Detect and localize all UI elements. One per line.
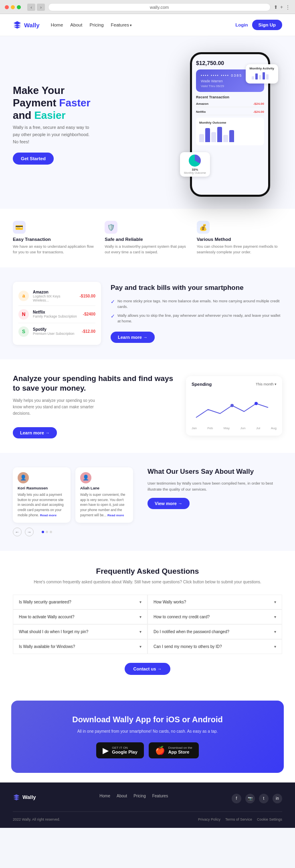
faq-item-1[interactable]: Is Wally security guaranteed? ▾	[13, 595, 148, 609]
close-button[interactable]	[5, 5, 9, 9]
faq-section: Frequently Asked Questions Here's common…	[0, 551, 295, 691]
feature-icon-2: 🛡️	[105, 221, 117, 234]
settings-icon[interactable]: ⋮	[285, 4, 290, 10]
privacy-policy-link[interactable]: Privacy Policy	[198, 817, 220, 821]
nav-pricing[interactable]: Pricing	[89, 22, 103, 27]
get-started-button[interactable]: Get Started	[13, 153, 54, 165]
terms-link[interactable]: Terms of Service	[225, 817, 252, 821]
bills-title: Pay and track bills with your smartphone	[111, 283, 282, 292]
bar-6	[229, 130, 234, 142]
facebook-icon[interactable]: f	[232, 794, 241, 803]
login-button[interactable]: Login	[235, 22, 248, 27]
bills-content: Pay and track bills with your smartphone…	[111, 283, 282, 342]
chart-label-may: May	[224, 426, 230, 430]
svg-point-5	[230, 404, 234, 407]
dot-2[interactable]	[46, 531, 48, 533]
testimonial-name-2: Aliah Lane	[80, 486, 128, 490]
logo[interactable]: Wally	[13, 20, 40, 29]
chart-period-selector[interactable]: This month	[256, 382, 277, 386]
google-play-button[interactable]: ▶ GET IT ON Google Play	[96, 742, 144, 758]
testimonial-name-1: Kori Rasmussen	[18, 486, 66, 490]
feature-desc-3: You can choose from three payment method…	[197, 244, 282, 255]
footer-logo-text: Wally	[22, 794, 36, 800]
faq-item-2[interactable]: How to activate Wally account? ▾	[13, 609, 148, 624]
chart-label-jul: Jul	[256, 426, 260, 430]
faq-item-6[interactable]: How to connect my credit card? ▾	[148, 609, 282, 624]
footer-nav-home[interactable]: Home	[99, 794, 110, 798]
chart-header: Spending This month	[192, 382, 277, 387]
hero-title: Make Your Payment Faster and Easier	[13, 84, 170, 122]
netflix-name: Netflix	[33, 310, 79, 314]
chart-label-jan: Jan	[192, 426, 197, 430]
add-tab-icon[interactable]: +	[280, 4, 283, 10]
bills-point-text-1: No more sticky price tags. No more balan…	[117, 298, 282, 310]
twitter-icon[interactable]: t	[259, 794, 269, 803]
app-store-sub: Download on the	[168, 746, 192, 750]
faq-item-5[interactable]: How Wally works? ▾	[148, 595, 282, 609]
view-more-button[interactable]: View more	[148, 498, 190, 509]
instagram-icon[interactable]: 📷	[245, 794, 255, 803]
spotify-sub: Premium User Subscription	[33, 332, 78, 336]
footer-logo: Wally	[13, 794, 36, 801]
feature-title-2: Safe and Reliable	[105, 237, 190, 242]
google-play-text: GET IT ON Google Play	[112, 746, 137, 754]
hero-description: Wally is a free, secure and easy way to …	[13, 124, 93, 145]
nav-about[interactable]: About	[70, 22, 82, 27]
share-icon[interactable]: ⬆	[274, 4, 278, 10]
signup-button[interactable]: Sign Up	[252, 20, 282, 30]
browser-actions: ⬆ + ⋮	[274, 4, 290, 10]
faq-question-6: How to connect my credit card?	[154, 615, 210, 619]
faq-chevron-7: ▾	[274, 630, 276, 634]
amazon-icon: a	[18, 291, 29, 301]
pie-label: 33%	[184, 168, 206, 171]
forward-button[interactable]: ›	[37, 4, 45, 11]
avatar-image-2: 👤	[80, 472, 91, 483]
nav-home[interactable]: Home	[51, 22, 63, 27]
bills-learn-more-button[interactable]: Learn more	[111, 332, 155, 343]
svg-rect-0	[252, 76, 254, 79]
pie-circle	[189, 155, 201, 167]
faq-item-4[interactable]: Is Wally available for Windows? ▾	[13, 639, 148, 654]
feature-desc-1: We have an easy to understand applicatio…	[13, 244, 98, 255]
faq-item-3[interactable]: What should I do when I forget my pin? ▾	[13, 624, 148, 639]
testimonial-dots	[42, 531, 52, 533]
maximize-button[interactable]	[17, 5, 21, 9]
bar-3	[211, 132, 216, 142]
address-bar[interactable]: wally.com	[48, 3, 271, 11]
prev-testimonial-button[interactable]: ←	[13, 528, 22, 536]
faq-question-4: Is Wally available for Windows?	[19, 644, 75, 649]
faq-title: Frequently Asked Questions	[13, 567, 282, 576]
linkedin-icon[interactable]: in	[273, 794, 282, 803]
app-store-button[interactable]: 🍎 Download on the App Store	[149, 742, 199, 758]
back-button[interactable]: ‹	[27, 4, 35, 11]
faq-chevron-1: ▾	[139, 600, 141, 604]
contact-button[interactable]: Contact us	[125, 663, 171, 675]
google-play-name: Google Play	[112, 750, 137, 754]
check-icon-1: ✓	[111, 299, 115, 305]
spotify-name: Spotify	[33, 327, 78, 332]
footer-nav-pricing[interactable]: Pricing	[133, 794, 146, 798]
read-more-2[interactable]: Read more	[107, 513, 124, 517]
svg-rect-4	[266, 74, 269, 79]
bill-netflix: N Netflix Family Package Subscription -$…	[18, 306, 95, 323]
chart-label-aug: Aug	[271, 426, 277, 430]
line-chart	[192, 391, 277, 424]
dot-1[interactable]	[42, 531, 44, 533]
faq-item-7[interactable]: Do I notified when the password changed?…	[148, 624, 282, 639]
spending-learn-more-button[interactable]: Learn more	[13, 427, 57, 438]
footer-nav-about[interactable]: About	[117, 794, 127, 798]
hero-section: Make Your Payment Faster and Easier Wall…	[0, 36, 295, 209]
spending-section: Analyze your spending habits and find wa…	[0, 359, 295, 453]
faq-item-8[interactable]: Can I send my money to others by ID? ▾	[148, 639, 282, 654]
next-testimonial-button[interactable]: →	[25, 528, 34, 536]
footer-legal: Privacy Policy Terms of Service Cookie S…	[198, 817, 282, 821]
read-more-1[interactable]: Read more	[40, 513, 57, 517]
minimize-button[interactable]	[11, 5, 15, 9]
cookie-settings-link[interactable]: Cookie Settings	[257, 817, 282, 821]
amazon-name: Amazon	[33, 290, 76, 294]
hero-content: Make Your Payment Faster and Easier Wall…	[13, 84, 170, 165]
dot-3[interactable]	[50, 531, 52, 533]
avatar-kori: 👤	[18, 472, 29, 483]
nav-features[interactable]: Features	[111, 22, 132, 27]
footer-nav-features[interactable]: Features	[152, 794, 168, 798]
